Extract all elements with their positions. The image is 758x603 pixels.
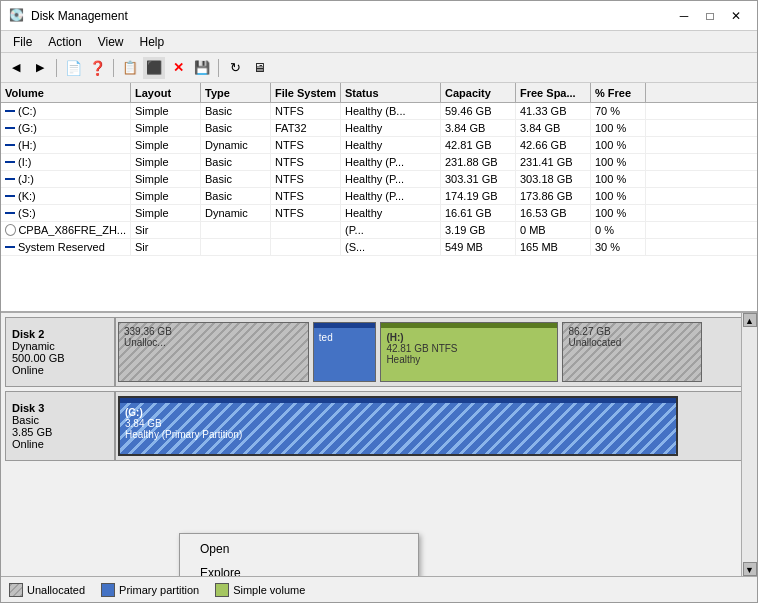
td-freepct: 0 % [591,222,646,238]
toolbar-btn-3[interactable]: 📋 [119,57,141,79]
td-status: (P... [341,222,441,238]
volume-icon [5,110,15,112]
disk-2-h-volume[interactable]: (H:) 42.81 GB NTFS Healthy [380,322,558,382]
td-layout: Simple [131,154,201,170]
toolbar-btn-delete[interactable]: ✕ [167,57,189,79]
table-header: Volume Layout Type File System Status Ca… [1,83,757,103]
td-filesystem: NTFS [271,188,341,204]
table-row[interactable]: CPBA_X86FRE_ZH... Sir (P... 3.19 GB 0 MB… [1,222,757,239]
legend-unallocated: Unallocated [9,583,85,597]
table-body: (C:) Simple Basic NTFS Healthy (B... 59.… [1,103,757,313]
table-row[interactable]: System Reserved Sir (S... 549 MB 165 MB … [1,239,757,256]
col-header-status[interactable]: Status [341,83,441,102]
maximize-button[interactable]: □ [697,6,723,26]
disk-management-window: 💽 Disk Management ─ □ ✕ File Action View… [0,0,758,603]
td-layout: Simple [131,205,201,221]
td-status: Healthy (P... [341,154,441,170]
table-row[interactable]: (J:) Simple Basic NTFS Healthy (P... 303… [1,171,757,188]
disk-3-partitions: (G:) 3.84 GB Healthy (Primary Partition) [116,392,752,460]
legend-primary-box [101,583,115,597]
col-header-type[interactable]: Type [201,83,271,102]
td-filesystem: NTFS [271,154,341,170]
td-layout: Simple [131,120,201,136]
col-header-filesystem[interactable]: File System [271,83,341,102]
toolbar-sep-3 [218,59,219,77]
menu-action[interactable]: Action [40,33,89,51]
td-capacity: 59.46 GB [441,103,516,119]
td-freespace: 41.33 GB [516,103,591,119]
minimize-button[interactable]: ─ [671,6,697,26]
td-layout: Simple [131,171,201,187]
td-capacity: 16.61 GB [441,205,516,221]
close-button[interactable]: ✕ [723,6,749,26]
disk-2-primary-1[interactable]: ted [313,322,377,382]
table-row[interactable]: (H:) Simple Dynamic NTFS Healthy 42.81 G… [1,137,757,154]
window-title: Disk Management [31,9,671,23]
legend-unallocated-label: Unallocated [27,584,85,596]
volume-icon [5,178,15,180]
table-row[interactable]: (I:) Simple Basic NTFS Healthy (P... 231… [1,154,757,171]
toolbar-btn-4[interactable]: ⬛ [143,57,165,79]
legend-unallocated-box [9,583,23,597]
table-row[interactable]: (C:) Simple Basic NTFS Healthy (B... 59.… [1,103,757,120]
legend-primary-label: Primary partition [119,584,199,596]
disk-3-g-volume[interactable]: (G:) 3.84 GB Healthy (Primary Partition) [118,396,678,456]
table-row[interactable]: (S:) Simple Dynamic NTFS Healthy 16.61 G… [1,205,757,222]
col-header-volume[interactable]: Volume [1,83,131,102]
toolbar-sep-2 [113,59,114,77]
col-header-freepct[interactable]: % Free [591,83,646,102]
forward-button[interactable]: ▶ [29,57,51,79]
scrollbar[interactable]: ▲ ▼ [741,313,757,576]
menu-help[interactable]: Help [132,33,173,51]
td-filesystem: NTFS [271,205,341,221]
legend-simple: Simple volume [215,583,305,597]
td-type: Basic [201,171,271,187]
td-freepct: 100 % [591,137,646,153]
legend-simple-label: Simple volume [233,584,305,596]
td-status: Healthy (B... [341,103,441,119]
col-header-freespace[interactable]: Free Spa... [516,83,591,102]
scroll-down[interactable]: ▼ [743,562,757,576]
td-capacity: 3.84 GB [441,120,516,136]
title-bar-controls: ─ □ ✕ [671,6,749,26]
td-freespace: 231.41 GB [516,154,591,170]
toolbar-btn-refresh[interactable]: ↻ [224,57,246,79]
toolbar-sep-1 [56,59,57,77]
ctx-explore[interactable]: Explore [180,561,418,576]
td-type: Basic [201,103,271,119]
disk-panel-3: Disk 3 Basic 3.85 GB Online (G:) 3.84 GB… [5,391,753,461]
legend-simple-box [215,583,229,597]
td-volume: (C:) [1,103,131,119]
disk-3-status: Online [12,438,108,450]
help-button[interactable]: ❓ [86,57,108,79]
toolbar-btn-monitor[interactable]: 🖥 [248,57,270,79]
td-layout: Simple [131,188,201,204]
table-row[interactable]: (G:) Simple Basic FAT32 Healthy 3.84 GB … [1,120,757,137]
partition-top-bar [314,323,376,328]
back-button[interactable]: ◀ [5,57,27,79]
menu-view[interactable]: View [90,33,132,51]
disk-2-status: Online [12,364,108,376]
properties-button[interactable]: 📄 [62,57,84,79]
volume-table: Volume Layout Type File System Status Ca… [1,83,757,313]
menu-bar: File Action View Help [1,31,757,53]
td-filesystem: FAT32 [271,120,341,136]
disk-2-unalloc-1[interactable]: 339.36 GBUnalloc... [118,322,309,382]
td-capacity: 231.88 GB [441,154,516,170]
td-filesystem: NTFS [271,137,341,153]
disk-2-unalloc-2[interactable]: 86.27 GBUnallocated [562,322,702,382]
col-header-capacity[interactable]: Capacity [441,83,516,102]
col-header-layout[interactable]: Layout [131,83,201,102]
td-status: Healthy [341,137,441,153]
volume-icon [5,246,15,248]
disk-panels: Disk 2 Dynamic 500.00 GB Online 339.36 G… [1,313,757,469]
td-layout: Sir [131,222,201,238]
scroll-up[interactable]: ▲ [743,313,757,327]
volume-icon [5,127,15,129]
table-row[interactable]: (K:) Simple Basic NTFS Healthy (P... 174… [1,188,757,205]
disk-3-info: Disk 3 Basic 3.85 GB Online [6,392,116,460]
ctx-open[interactable]: Open [180,537,418,561]
toolbar-btn-save[interactable]: 💾 [191,57,213,79]
disk-3-name: Disk 3 [12,402,108,414]
menu-file[interactable]: File [5,33,40,51]
